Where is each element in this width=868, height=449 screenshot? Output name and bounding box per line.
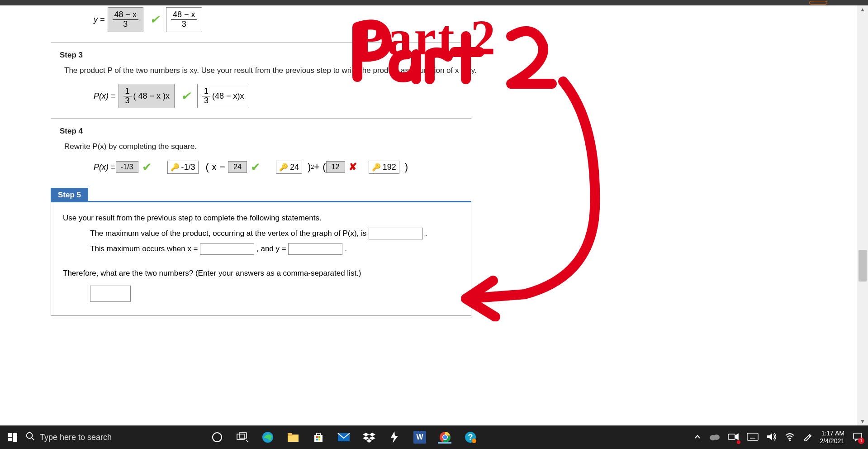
svg-rect-0 xyxy=(8,433,12,437)
step2-display-box: 48 − x 3 xyxy=(166,7,202,32)
mail-icon[interactable] xyxy=(337,431,350,444)
scroll-up-arrow-icon[interactable]: ▲ xyxy=(859,5,867,14)
chrome-icon[interactable] xyxy=(439,431,451,444)
svg-marker-23 xyxy=(369,436,375,440)
svg-marker-24 xyxy=(366,439,372,443)
wifi-icon[interactable] xyxy=(785,433,795,442)
volume-icon[interactable] xyxy=(767,432,777,443)
svg-marker-21 xyxy=(369,433,375,436)
keyboard-icon[interactable] xyxy=(747,433,759,442)
divider xyxy=(51,42,471,43)
check-icon: ✔ xyxy=(251,160,261,174)
taskbar-search[interactable]: Type here to search xyxy=(25,431,197,444)
step3-answer-frac: 1 3 xyxy=(123,87,132,105)
step5-line2a: The maximum value of the product, occurr… xyxy=(90,229,369,238)
svg-rect-34 xyxy=(728,434,735,439)
svg-rect-3 xyxy=(13,437,17,442)
stylus-icon[interactable] xyxy=(803,432,812,443)
step2-display-fraction: 48 − x 3 xyxy=(171,10,197,29)
file-explorer-icon[interactable] xyxy=(287,431,299,444)
step4-key-c: 🔑 192 xyxy=(369,161,399,174)
search-placeholder: Type here to search xyxy=(40,433,112,442)
app-icon-lightning[interactable] xyxy=(388,431,401,444)
step4-equation: P(x) = ✔ 🔑 -1/3 ( x − ✔ 🔑 24 ) 2 + ( ✘ xyxy=(94,160,857,174)
scroll-down-arrow-icon[interactable]: ▼ xyxy=(859,417,867,425)
cross-icon: ✘ xyxy=(349,161,357,173)
step3-title: Step 3 xyxy=(60,51,857,60)
svg-rect-7 xyxy=(237,434,244,439)
step4-text4: ) xyxy=(405,161,408,173)
step5-line2b: . xyxy=(425,229,427,238)
key-icon: 🔑 xyxy=(171,163,180,172)
step5-rule xyxy=(88,188,471,202)
check-icon: ✔ xyxy=(142,160,152,174)
step5-line3c: . xyxy=(345,244,347,253)
step5-input-x[interactable] xyxy=(200,243,254,255)
step5-line1: Use your result from the previous step t… xyxy=(63,210,459,226)
svg-point-4 xyxy=(27,432,33,438)
svg-line-45 xyxy=(809,435,810,437)
step4-input-b[interactable] xyxy=(228,161,247,173)
tray-chevron-up-icon[interactable] xyxy=(694,434,701,441)
step5-input-max[interactable] xyxy=(369,228,423,239)
step5-input-y[interactable] xyxy=(288,243,342,255)
svg-line-9 xyxy=(246,440,248,442)
check-icon: ✔ xyxy=(150,13,160,27)
onedrive-icon[interactable] xyxy=(709,433,720,442)
action-center-icon[interactable]: 1 xyxy=(853,432,863,443)
step2-lhs: y = xyxy=(94,15,105,24)
svg-point-31 xyxy=(472,439,476,443)
step3-display-rest: (48 − x)x xyxy=(212,91,244,101)
dropbox-icon[interactable] xyxy=(363,431,375,444)
svg-point-6 xyxy=(213,433,222,442)
step4-title: Step 4 xyxy=(60,127,857,136)
step4-text3: + ( xyxy=(314,161,326,173)
step4-input-c[interactable] xyxy=(326,161,345,173)
cortana-icon[interactable] xyxy=(211,431,223,444)
microsoft-store-icon[interactable] xyxy=(312,431,325,444)
step3-answer-rest: ( 48 − x )x xyxy=(133,91,170,101)
step2-equation: y = 48 − x 3 ✔ 48 − x 3 xyxy=(94,7,857,32)
svg-marker-20 xyxy=(363,433,369,436)
step5-line4: Therefore, what are the two numbers? (En… xyxy=(63,266,459,281)
svg-rect-14 xyxy=(317,433,320,435)
step3-display-frac: 1 3 xyxy=(202,87,210,105)
svg-marker-25 xyxy=(391,431,398,443)
step2-answer-box[interactable]: 48 − x 3 xyxy=(108,7,144,32)
step5-header: Step 5 xyxy=(51,188,471,202)
key-icon: 🔑 xyxy=(372,163,381,172)
svg-rect-36 xyxy=(747,433,758,440)
edge-icon[interactable] xyxy=(261,431,274,444)
svg-rect-2 xyxy=(8,438,12,441)
start-button[interactable] xyxy=(0,433,25,442)
meet-now-icon[interactable] xyxy=(728,433,739,442)
task-view-icon[interactable] xyxy=(236,431,249,444)
step3-answer-box[interactable]: 1 3 ( 48 − x )x xyxy=(119,84,175,109)
help-icon[interactable]: ? xyxy=(464,431,477,444)
svg-rect-1 xyxy=(13,433,17,437)
taskbar-time: 1:17 AM xyxy=(820,430,845,437)
svg-rect-8 xyxy=(239,433,247,438)
browser-button-outline xyxy=(809,1,827,5)
step3-lhs: P(x) = xyxy=(94,91,116,101)
step5-box: Use your result from the previous step t… xyxy=(51,202,471,316)
scrollbar-thumb[interactable] xyxy=(859,250,867,282)
word-icon[interactable]: W xyxy=(413,431,426,444)
svg-line-5 xyxy=(32,437,34,440)
svg-marker-35 xyxy=(735,434,738,439)
vertical-scrollbar[interactable]: ▲ ▼ xyxy=(857,5,868,425)
page-content: y = 48 − x 3 ✔ 48 − x 3 Step 3 The produ… xyxy=(0,5,857,425)
windows-icon xyxy=(8,433,17,442)
step5-tab: Step 5 xyxy=(51,188,88,202)
check-icon: ✔ xyxy=(181,89,191,103)
taskbar-clock[interactable]: 1:17 AM 2/4/2021 xyxy=(820,430,845,445)
svg-point-33 xyxy=(713,435,720,440)
taskbar-tray: 1:17 AM 2/4/2021 1 xyxy=(694,430,868,445)
step4-key-b: 🔑 24 xyxy=(276,161,302,174)
svg-point-28 xyxy=(443,435,447,439)
svg-point-44 xyxy=(789,439,790,440)
notification-badge: 1 xyxy=(858,438,864,444)
step5-input-answers[interactable] xyxy=(90,286,131,302)
taskbar-date: 2/4/2021 xyxy=(820,437,845,445)
step4-input-a[interactable] xyxy=(116,161,138,173)
